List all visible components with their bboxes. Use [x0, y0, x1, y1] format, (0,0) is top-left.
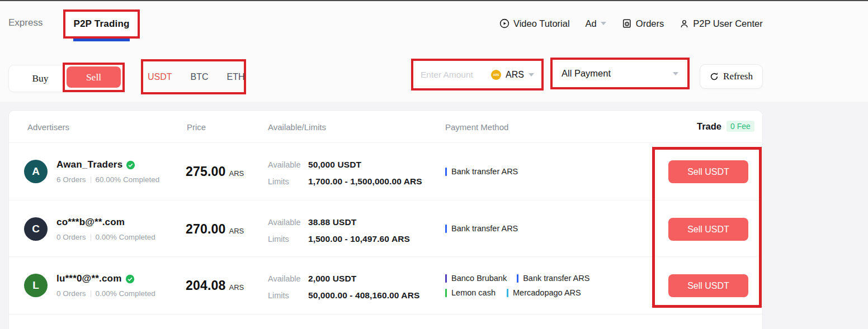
payment-filter-value: All Payment [562, 68, 611, 79]
offers-table: Advertisers Price Available/Limits Payme… [8, 110, 763, 329]
active-tab-underline [73, 39, 130, 41]
payment-methods: Bank transfer ARS [445, 201, 518, 256]
play-circle-icon [499, 18, 510, 28]
chevron-down-icon [601, 22, 606, 25]
price: 270.00 ARS [186, 222, 244, 237]
price: 204.08 ARS [186, 278, 244, 293]
fiat-selector[interactable]: ARS ARS [491, 70, 534, 80]
coin-tab-eth[interactable]: ETH [227, 72, 245, 82]
verified-badge-icon [126, 160, 135, 170]
annotation-amount-input: ARS ARS [411, 59, 544, 90]
advertiser-stats: 6 Orders60.00% Completed [56, 175, 159, 184]
annotation-p2p-trading: P2P Trading [63, 9, 140, 39]
tab-express[interactable]: Express [8, 17, 43, 28]
col-header-advertisers: Advertisers [27, 122, 69, 132]
advertiser-name[interactable]: lu***0@**.com [56, 273, 122, 284]
annotation-coin-tabs: USDT BTC ETH [141, 59, 246, 94]
col-header-payment-method: Payment Method [445, 122, 508, 132]
payment-color-bar [517, 274, 518, 283]
refresh-icon [710, 72, 719, 81]
sell-usdt-button[interactable]: Sell USDT [668, 160, 748, 183]
avatar[interactable]: A [24, 160, 48, 183]
user-icon [680, 19, 689, 28]
coin-tab-btc[interactable]: BTC [191, 72, 209, 82]
chevron-down-icon [529, 73, 534, 77]
available-limits: Available50,000 USDT Limits1,700.00 - 1,… [268, 156, 422, 190]
orders-link[interactable]: Orders [622, 18, 664, 29]
ad-menu[interactable]: Ad [586, 18, 606, 29]
payment-methods: Banco Brubank Bank transfer ARS Lemon ca… [445, 257, 589, 314]
verified-badge-icon [125, 274, 135, 284]
payment-color-bar [507, 289, 508, 297]
payment-color-bar [445, 168, 447, 176]
payment-color-bar [445, 225, 447, 233]
orders-label: Orders [636, 18, 664, 29]
video-tutorial-link[interactable]: Video Tutorial [499, 18, 570, 29]
payment-methods: Bank transfer ARS [445, 143, 518, 200]
advertiser-stats: 0 Orders0.00% Completed [56, 233, 155, 241]
table-row: L lu***0@**.com 0 Orders0.00% Completed … [9, 257, 762, 314]
advertiser-name[interactable]: Awan_Traders [56, 159, 122, 170]
zero-fee-badge: 0 Fee [727, 121, 754, 132]
window-top-edge [0, 0, 868, 1]
col-header-available-limits: Available/Limits [268, 122, 326, 132]
amount-input[interactable] [421, 70, 491, 80]
annotation-payment-filter: All Payment [550, 58, 690, 89]
orders-icon [622, 18, 632, 28]
avatar-initial: L [32, 279, 39, 292]
advertiser-name[interactable]: co***b@**.com [56, 217, 125, 228]
col-header-trade: Trade [697, 121, 721, 132]
advertiser-stats: 0 Orders0.00% Completed [56, 289, 155, 298]
chevron-down-icon [673, 72, 678, 75]
payment-color-bar [445, 289, 447, 297]
col-header-price: Price [187, 122, 206, 132]
fiat-label: ARS [506, 70, 524, 80]
top-right-nav: Video Tutorial Ad Orders P2P User Center [499, 15, 763, 32]
avatar-initial: C [32, 223, 40, 235]
price: 275.00 ARS [186, 164, 244, 179]
sell-tab[interactable]: Sell [67, 66, 121, 88]
avatar-initial: A [32, 165, 40, 178]
ars-coin-icon: ARS [491, 70, 501, 80]
sell-usdt-button[interactable]: Sell USDT [668, 274, 748, 297]
coin-tab-usdt[interactable]: USDT [148, 72, 172, 82]
p2p-user-center-link[interactable]: P2P User Center [680, 18, 762, 29]
refresh-button[interactable]: Refresh [700, 64, 763, 89]
table-row: A Awan_Traders 6 Orders60.00% Completed … [9, 143, 762, 201]
payment-filter-dropdown[interactable]: All Payment [553, 60, 687, 87]
ad-label: Ad [586, 18, 597, 29]
avatar[interactable]: C [24, 217, 48, 241]
available-limits: Available38.88 USDT Limits1,500.00 - 10,… [268, 214, 410, 247]
table-row: C co***b@**.com 0 Orders0.00% Completed … [9, 201, 762, 257]
payment-color-bar [445, 274, 447, 283]
refresh-label: Refresh [723, 71, 753, 82]
avatar[interactable]: L [24, 274, 48, 297]
p2p-user-center-label: P2P User Center [693, 18, 762, 29]
available-limits: Available2,000 USDT Limits50,000.00 - 40… [268, 270, 419, 304]
tab-p2p-trading[interactable]: P2P Trading [73, 18, 129, 30]
sell-usdt-button[interactable]: Sell USDT [668, 218, 748, 241]
video-tutorial-label: Video Tutorial [513, 18, 570, 29]
